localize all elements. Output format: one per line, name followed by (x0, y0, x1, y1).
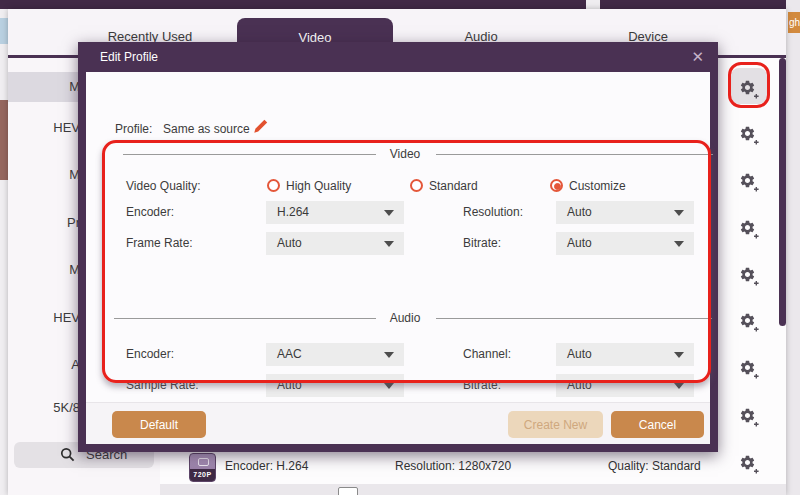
sidebar-item[interactable]: M (8, 76, 80, 98)
sidebar-item[interactable]: HEV (8, 307, 80, 329)
next-row-strip (160, 484, 786, 495)
dropdown-value: Auto (567, 378, 592, 392)
radio-circle-icon (267, 179, 280, 192)
video-quality-label: Video Quality: (126, 175, 201, 198)
bottom-encoder-text: Encoder: H.264 (225, 459, 308, 473)
customize-profile-gear-icon[interactable] (739, 407, 759, 427)
edit-profile-dialog: Edit Profile ✕ Profile: Same as source V… (78, 42, 718, 452)
video-thumbnail (0, 100, 8, 180)
dropdown-value: Auto (277, 378, 302, 392)
chevron-down-icon (384, 210, 394, 216)
sidebar-item[interactable]: HEV (8, 117, 80, 139)
dialog-title: Edit Profile (100, 42, 158, 72)
badge-label: 720P (190, 469, 215, 481)
radio-customize[interactable]: Customize (550, 177, 626, 195)
search-icon (60, 447, 76, 467)
customize-profile-gear-icon[interactable] (739, 125, 759, 145)
bottom-resolution-text: Resolution: 1280x720 (395, 459, 511, 473)
sample-rate-dropdown[interactable]: Auto (266, 374, 404, 397)
customize-profile-gear-icon[interactable] (739, 79, 759, 99)
default-button[interactable]: Default (112, 411, 206, 438)
resolution-label: Resolution: (463, 201, 523, 224)
radio-high-quality[interactable]: High Quality (267, 177, 351, 195)
customize-profile-gear-icon[interactable] (739, 172, 759, 192)
dropdown-value: H.264 (277, 205, 309, 219)
video-bitrate-dropdown[interactable]: Auto (556, 232, 694, 255)
section-line (114, 318, 376, 319)
dropdown-value: Auto (567, 205, 592, 219)
video-encoder-dropdown[interactable]: H.264 (266, 201, 404, 224)
sidebar-item[interactable]: 5K/8 (8, 397, 80, 419)
chevron-down-icon (674, 383, 684, 389)
background-file-list-sliver (0, 0, 8, 495)
document-icon (338, 487, 358, 495)
customize-profile-gear-icon[interactable] (739, 266, 759, 286)
frame-rate-label: Frame Rate: (126, 232, 193, 255)
dropdown-value: AAC (277, 347, 302, 361)
chevron-down-icon (674, 352, 684, 358)
customize-profile-gear-icon[interactable] (739, 359, 759, 379)
edit-pencil-icon[interactable] (252, 118, 269, 139)
clipped-orange-button[interactable]: gh (788, 12, 800, 33)
customize-profile-gear-icon[interactable] (739, 312, 759, 332)
customize-profile-gear-icon[interactable] (739, 454, 759, 474)
radio-label: Customize (569, 179, 626, 193)
radio-label: Standard (429, 179, 478, 193)
video-thumbnail (0, 18, 8, 44)
video-section-label: Video (365, 147, 445, 161)
resolution-dropdown[interactable]: Auto (556, 201, 694, 224)
customize-profile-gear-icon[interactable] (739, 219, 759, 239)
radio-label: High Quality (286, 179, 351, 193)
audio-bitrate-dropdown[interactable]: Auto (556, 374, 694, 397)
sidebar-item[interactable]: A (8, 354, 80, 376)
sample-rate-label: Sample Rate: (126, 374, 199, 397)
section-line (436, 318, 712, 319)
dropdown-value: Auto (567, 347, 592, 361)
dropdown-value: Auto (277, 236, 302, 250)
sidebar-item[interactable]: Pr (8, 212, 80, 234)
chevron-down-icon (384, 241, 394, 247)
resolution-badge-icon: 720P (189, 453, 216, 482)
audio-bitrate-label: Bitrate: (463, 374, 501, 397)
cancel-button[interactable]: Cancel (611, 411, 704, 438)
video-encoder-label: Encoder: (126, 201, 174, 224)
profile-value: Same as source (163, 122, 250, 136)
video-bitrate-label: Bitrate: (463, 232, 501, 255)
channel-dropdown[interactable]: Auto (556, 343, 694, 366)
radio-circle-icon (410, 179, 423, 192)
sidebar-item[interactable]: M (8, 164, 80, 186)
dialog-footer: Default Create New Cancel (86, 402, 710, 444)
chevron-down-icon (384, 352, 394, 358)
dropdown-value: Auto (567, 236, 592, 250)
frame-rate-dropdown[interactable]: Auto (266, 232, 404, 255)
window-titlebar-strip (600, 0, 786, 9)
channel-label: Channel: (463, 343, 511, 366)
radio-standard[interactable]: Standard (410, 177, 478, 195)
badge-screen-glyph (198, 458, 209, 466)
chevron-down-icon (674, 210, 684, 216)
background-right-sliver (786, 0, 800, 495)
create-new-button[interactable]: Create New (508, 411, 603, 438)
audio-section-label: Audio (365, 311, 445, 325)
vertical-scrollbar[interactable] (779, 58, 786, 326)
close-icon[interactable]: ✕ (691, 42, 704, 72)
audio-encoder-dropdown[interactable]: AAC (266, 343, 404, 366)
bottom-quality-text: Quality: Standard (608, 459, 701, 473)
radio-circle-icon (550, 179, 563, 192)
dialog-body: Profile: Same as source Video Video Qual… (86, 72, 710, 444)
sidebar-item[interactable]: M (8, 259, 80, 281)
app-window: gh Recently Used Video Audio Device M HE… (0, 0, 800, 495)
chevron-down-icon (674, 241, 684, 247)
window-titlebar-strip (0, 0, 586, 9)
profile-label: Profile: (115, 122, 152, 136)
section-line (123, 154, 376, 155)
audio-encoder-label: Encoder: (126, 343, 174, 366)
chevron-down-icon (384, 383, 394, 389)
section-line (436, 154, 713, 155)
